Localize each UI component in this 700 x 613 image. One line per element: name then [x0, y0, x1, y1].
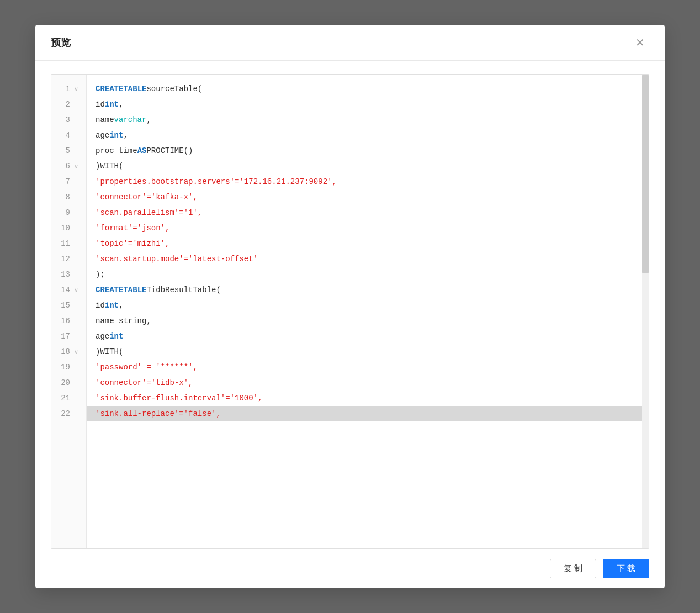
- code-token: name string,: [96, 316, 151, 325]
- collapse-arrow-icon[interactable]: ∨: [72, 348, 80, 356]
- download-button[interactable]: 下 载: [603, 559, 649, 578]
- line-num: 7: [58, 177, 70, 186]
- keyword-token: 'scan.parallelism'='1',: [96, 208, 202, 217]
- line-number-row: 13: [51, 267, 86, 282]
- code-line: age int,: [87, 128, 649, 143]
- line-number-row: 22: [51, 406, 86, 421]
- code-token: PROCTIME(): [146, 146, 193, 155]
- code-line: 'topic'='mizhi',: [87, 236, 649, 251]
- code-line: name string,: [87, 313, 649, 329]
- line-num: 17: [58, 332, 70, 341]
- keyword-token: 'topic'='mizhi',: [96, 239, 169, 248]
- code-line: CREATE TABLE TidbResultTable(: [87, 282, 649, 298]
- code-token: ,: [119, 301, 123, 310]
- line-number-row: 14∨: [51, 282, 86, 298]
- code-token: age: [96, 131, 109, 140]
- code-token: ,: [119, 100, 123, 109]
- line-number-row: 17: [51, 329, 86, 344]
- line-number-row: 3: [51, 112, 86, 128]
- code-line: 'scan.startup.mode'='latest-offset': [87, 251, 649, 267]
- line-number-row: 4: [51, 128, 86, 143]
- keyword-token: CREATE: [96, 286, 123, 294]
- code-line: 'sink.buffer-flush.interval'='1000',: [87, 390, 649, 406]
- line-number-row: 10: [51, 220, 86, 236]
- close-button[interactable]: ✕: [631, 35, 649, 50]
- line-number-row: 8: [51, 189, 86, 205]
- code-line: proc_time AS PROCTIME(): [87, 143, 649, 158]
- line-number-row: 19: [51, 360, 86, 375]
- keyword-token: int: [109, 131, 123, 140]
- keyword-token: 'connector'='kafka-x',: [96, 193, 198, 202]
- code-line: 'connector'='kafka-x',: [87, 189, 649, 205]
- line-num: 18: [58, 347, 70, 356]
- code-token: ,: [123, 131, 128, 140]
- code-token: );: [96, 270, 105, 279]
- keyword-token: 'sink.buffer-flush.interval'='1000',: [96, 394, 262, 403]
- code-line: 'properties.bootstrap.servers'='172.16.2…: [87, 174, 649, 189]
- line-num: 3: [58, 115, 70, 124]
- keyword-token: 'scan.startup.mode'='latest-offset': [96, 255, 258, 263]
- modal-overlay: 预览 ✕ 1∨23456∨7891011121314∨15161718∨1920…: [0, 0, 700, 613]
- code-token: id: [96, 100, 105, 109]
- modal-header: 预览 ✕: [35, 25, 665, 61]
- line-num: 19: [58, 363, 70, 372]
- line-number-row: 12: [51, 251, 86, 267]
- keyword-token: TidbResultTable(: [146, 286, 220, 294]
- code-token: id: [96, 301, 105, 310]
- code-line: 'password' = '******',: [87, 360, 649, 375]
- line-number-row: 15: [51, 298, 86, 313]
- line-num: 15: [58, 301, 70, 310]
- keyword-token: 'connector'='tidb-x',: [96, 378, 193, 387]
- copy-button[interactable]: 复 制: [550, 559, 596, 578]
- keyword-token: int: [109, 332, 123, 341]
- code-token: age: [96, 332, 109, 341]
- code-line: CREATE TABLE sourceTable(: [87, 81, 649, 97]
- code-line: 'connector'='tidb-x',: [87, 375, 649, 390]
- line-num: 4: [58, 131, 70, 140]
- code-container: 1∨23456∨7891011121314∨15161718∨19202122 …: [51, 74, 649, 549]
- code-line: age int: [87, 329, 649, 344]
- keyword-token: 'properties.bootstrap.servers'='172.16.2…: [96, 177, 337, 186]
- keyword-token: int: [105, 100, 119, 109]
- code-line: );: [87, 267, 649, 282]
- code-line: id int,: [87, 97, 649, 112]
- line-number-row: 6∨: [51, 158, 86, 174]
- keyword-token: AS: [137, 146, 147, 155]
- collapse-arrow-icon[interactable]: ∨: [72, 287, 80, 294]
- collapse-arrow-icon[interactable]: ∨: [72, 86, 80, 93]
- line-number-row: 7: [51, 174, 86, 189]
- line-number-row: 5: [51, 143, 86, 158]
- code-token: name: [96, 115, 114, 124]
- line-num: 14: [58, 286, 70, 294]
- code-token: )WITH(: [96, 347, 123, 356]
- line-num: 12: [58, 255, 70, 263]
- code-line: )WITH(: [87, 158, 649, 174]
- keyword-token: CREATE: [96, 84, 123, 93]
- keyword-token: TABLE: [123, 286, 146, 294]
- keyword-token: 'sink.all-replace'='false',: [96, 409, 221, 418]
- keyword-token: int: [105, 301, 119, 310]
- line-number-row: 21: [51, 390, 86, 406]
- line-num: 13: [58, 270, 70, 279]
- scrollbar-thumb[interactable]: [642, 75, 649, 273]
- line-num: 11: [58, 239, 70, 248]
- code-line: 'sink.all-replace'='false',: [87, 406, 649, 421]
- keyword-token: 'format'='json',: [96, 224, 169, 232]
- collapse-arrow-icon[interactable]: ∨: [72, 163, 80, 170]
- code-content[interactable]: CREATE TABLE sourceTable( id int, name v…: [87, 75, 649, 548]
- line-num: 1: [58, 84, 70, 93]
- line-num: 2: [58, 100, 70, 109]
- line-number-row: 16: [51, 313, 86, 329]
- modal-footer: 复 制 下 载: [35, 549, 665, 588]
- line-num: 6: [58, 162, 70, 171]
- code-token: ,: [146, 115, 151, 124]
- line-number-row: 20: [51, 375, 86, 390]
- line-number-row: 9: [51, 205, 86, 220]
- line-number-row: 18∨: [51, 344, 86, 360]
- line-num: 22: [58, 409, 70, 418]
- line-num: 10: [58, 224, 70, 232]
- line-number-row: 11: [51, 236, 86, 251]
- line-num: 5: [58, 146, 70, 155]
- scrollbar-track[interactable]: [642, 75, 649, 548]
- code-line: )WITH(: [87, 344, 649, 360]
